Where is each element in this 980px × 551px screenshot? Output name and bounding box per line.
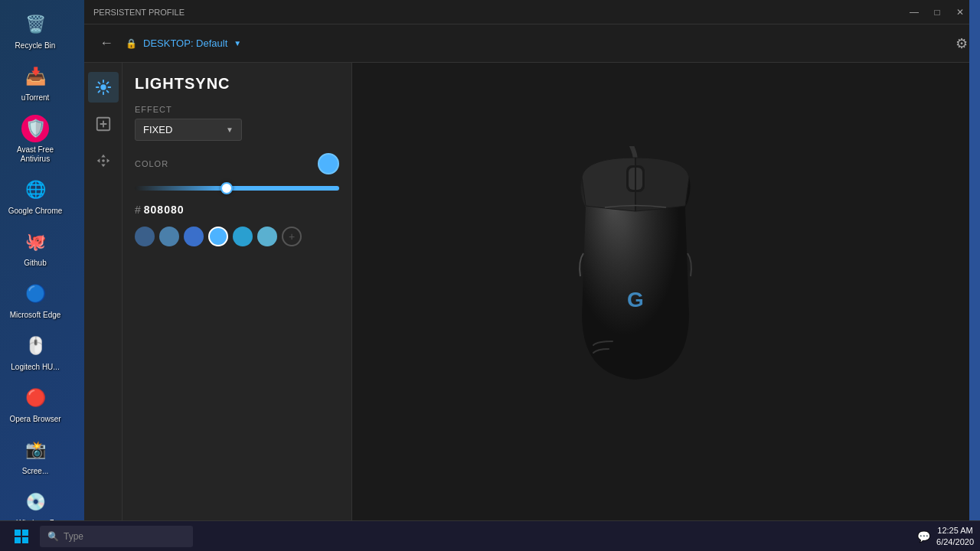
minimize-button[interactable]: — (903, 5, 925, 20)
svg-rect-9 (15, 537, 21, 543)
lock-icon: 🔒 (126, 38, 137, 49)
windows-logo-icon (15, 530, 28, 543)
mouse-svg: G (559, 146, 712, 391)
swatch-2[interactable] (159, 227, 179, 246)
color-slider[interactable] (135, 181, 339, 196)
svg-point-2 (102, 159, 105, 162)
window-title: PERSISTENT PROFILE (93, 8, 903, 17)
svg-text:G: G (627, 288, 644, 311)
panel-title: LIGHTSYNC (135, 75, 339, 93)
maximize-button[interactable]: □ (926, 5, 948, 20)
profile-dropdown-arrow: ▼ (234, 39, 241, 47)
swatch-1[interactable] (135, 227, 155, 246)
desktop-icon-recycle-bin[interactable]: 🗑️ Recycle Bin (5, 6, 66, 55)
color-label: COLOR (135, 159, 168, 168)
swatch-3[interactable] (184, 227, 204, 246)
add-swatch-button[interactable]: + (282, 227, 302, 246)
svg-rect-7 (15, 530, 21, 536)
taskbar-time-display: 12:25 AM (936, 525, 974, 536)
move-icon (95, 152, 112, 169)
slider-track (135, 186, 339, 191)
taskbar: 🔍 Type 💬 12:25 AM 6/24/2020 (0, 520, 980, 551)
title-bar: PERSISTENT PROFILE — □ ✕ (84, 0, 980, 24)
svg-point-0 (100, 84, 106, 90)
settings-panel: LIGHTSYNC EFFECT FIXED ▼ COLOR # 808080 (122, 63, 352, 520)
logitech-icon: 🖱️ (21, 332, 49, 360)
desktop-icons-area: 🗑️ Recycle Bin 📥 uTorrent 🛡️ Avast Free … (0, 0, 84, 520)
add-icon (95, 116, 112, 132)
edge-icon: 🔵 (21, 280, 49, 308)
hex-value[interactable]: 808080 (144, 204, 185, 216)
taskbar-date-display: 6/24/2020 (936, 536, 974, 547)
desktop-icon-chrome[interactable]: 🌐 Google Chrome (5, 171, 66, 220)
profile-name: DESKTOP: Default (143, 37, 227, 49)
sidebar (84, 63, 122, 520)
app-header: ← 🔒 DESKTOP: Default ▼ ⚙ (84, 24, 980, 63)
desktop-icon-windows-dvd[interactable]: 💿 Windows 7 USB DVD... (5, 484, 66, 520)
svg-rect-10 (22, 537, 28, 543)
github-icon: 🐙 (21, 228, 49, 256)
sidebar-add-button[interactable] (88, 109, 119, 139)
hex-input-row: # 808080 (135, 204, 339, 216)
settings-button[interactable]: ⚙ (956, 35, 968, 52)
taskbar-search[interactable]: 🔍 Type (40, 526, 193, 547)
chrome-icon: 🌐 (21, 176, 49, 204)
desktop-icon-opera[interactable]: 🔴 Opera Browser (5, 380, 66, 429)
app-main: LIGHTSYNC EFFECT FIXED ▼ COLOR # 808080 (84, 63, 980, 520)
color-row: COLOR (135, 153, 339, 174)
window-controls: — □ ✕ (903, 5, 971, 20)
desktop-icon-avast[interactable]: 🛡️ Avast Free Antivirus (5, 110, 66, 168)
scroll-indicator[interactable] (969, 63, 980, 520)
avast-icon: 🛡️ (21, 115, 49, 142)
desktop-icon-edge[interactable]: 🔵 Microsoft Edge (5, 276, 66, 324)
mouse-preview: G (559, 146, 773, 437)
swatch-4-active[interactable] (208, 227, 228, 246)
start-button[interactable] (6, 525, 37, 548)
search-icon: 🔍 (47, 531, 59, 542)
utorrent-icon: 📥 (21, 63, 49, 90)
app-window: PERSISTENT PROFILE — □ ✕ ← 🔒 DESKTOP: De… (84, 0, 980, 520)
lightsync-icon (95, 79, 112, 96)
sidebar-move-button[interactable] (88, 145, 119, 176)
notification-icon[interactable]: 💬 (917, 530, 930, 543)
desktop-icon-utorrent[interactable]: 📥 uTorrent (5, 58, 66, 107)
desktop-icon-logitech[interactable]: 🖱️ Logitech HU... (5, 328, 66, 377)
sidebar-lightsync-button[interactable] (88, 72, 119, 103)
desktop-icon-github[interactable]: 🐙 Github (5, 223, 66, 272)
svg-rect-8 (22, 530, 28, 536)
mouse-display-area: G (352, 63, 980, 520)
color-picker-button[interactable] (318, 153, 339, 174)
profile-selector[interactable]: 🔒 DESKTOP: Default ▼ (126, 37, 241, 49)
dvd-icon: 💿 (21, 488, 49, 516)
screenshot-icon: 📸 (21, 436, 49, 464)
taskbar-right: 💬 12:25 AM 6/24/2020 (917, 525, 974, 547)
effect-dropdown-arrow: ▼ (226, 126, 234, 134)
recycle-bin-icon: 🗑️ (21, 11, 49, 38)
hex-hash: # (135, 204, 141, 216)
opera-icon: 🔴 (21, 384, 49, 412)
slider-thumb[interactable] (220, 182, 233, 194)
effect-dropdown[interactable]: FIXED ▼ (135, 119, 242, 141)
back-button[interactable]: ← (96, 32, 116, 54)
effect-label: EFFECT (135, 105, 339, 114)
desktop-icon-screenshot[interactable]: 📸 Scree... (5, 432, 66, 481)
search-text: Type (64, 531, 83, 542)
swatch-5[interactable] (233, 227, 253, 246)
effect-value: FIXED (143, 124, 172, 135)
color-swatches: + (135, 227, 339, 246)
close-button[interactable]: ✕ (949, 5, 971, 20)
taskbar-clock: 12:25 AM 6/24/2020 (936, 525, 974, 547)
swatch-6[interactable] (257, 227, 277, 246)
